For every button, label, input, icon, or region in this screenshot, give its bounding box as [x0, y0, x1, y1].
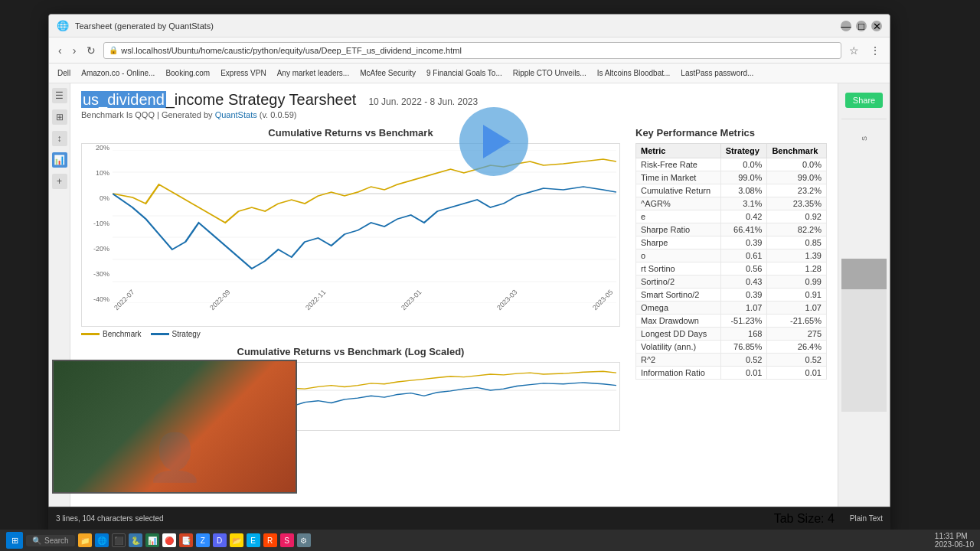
taskbar-excel[interactable]: 📊 — [145, 533, 159, 547]
taskbar-time: 11:31 PM — [935, 532, 968, 540]
cell-14-0: Volatility (ann.) — [636, 341, 721, 354]
cell-11-1: 1.07 — [720, 302, 767, 315]
back-button[interactable]: ‹ — [55, 43, 65, 58]
taskbar-chrome[interactable]: 🔴 — [162, 533, 176, 547]
chart-svg — [113, 150, 616, 303]
cell-10-1: 0.39 — [720, 289, 767, 302]
scrollbar-track[interactable] — [841, 259, 887, 412]
cell-13-2: 275 — [767, 328, 827, 341]
maximize-button[interactable]: □ — [856, 21, 867, 31]
play-button[interactable] — [459, 107, 528, 176]
page-date: 10 Jun. 2022 - 8 Jun. 2023 — [368, 96, 478, 107]
sidebar-icon-3[interactable]: ↕ — [52, 131, 67, 146]
start-button[interactable]: ⊞ — [6, 532, 23, 549]
cell-3-1: 3.1% — [720, 197, 767, 210]
bookmark-lastpass[interactable]: LastPass password... — [677, 67, 757, 79]
bookmark-expressvpn[interactable]: Express VPN — [217, 67, 270, 79]
search-bar[interactable]: 🔍 Search — [26, 535, 75, 546]
bookmark-financial[interactable]: 9 Financial Goals To... — [423, 67, 506, 79]
taskbar-ppt[interactable]: 📑 — [179, 533, 193, 547]
taskbar-browser[interactable]: E — [247, 533, 260, 547]
taskbar-file-manager[interactable]: 📁 — [78, 533, 92, 547]
table-row: Information Ratio0.010.01 — [636, 367, 827, 380]
taskbar-extra[interactable]: R — [263, 533, 277, 547]
clock: 11:31 PM 2023-06-10 — [935, 532, 974, 549]
scrollbar-thumb[interactable] — [841, 259, 887, 289]
title-bar: 🌐 Tearsheet (generated by QuantStats) — … — [49, 15, 890, 37]
bookmark-altcoins[interactable]: Is Altcoins Bloodbat... — [593, 67, 675, 79]
x-axis: 2022-07 2022-09 2022-11 2023-01 2023-03 … — [113, 303, 616, 326]
table-row: Max Drawdown-51.23%-21.65% — [636, 315, 827, 328]
cell-0-1: 0.0% — [720, 158, 767, 171]
taskbar-zoom[interactable]: Z — [196, 533, 210, 547]
sidebar-icon-5[interactable]: + — [52, 174, 67, 189]
cell-4-2: 0.92 — [767, 210, 827, 223]
cell-16-2: 0.01 — [767, 367, 827, 380]
bookmark-dell[interactable]: Dell — [54, 67, 74, 79]
cell-4-0: e — [636, 210, 721, 223]
video-overlay: 👤 — [52, 360, 297, 494]
bookmark-mcafee[interactable]: McAfee Security — [356, 67, 420, 79]
cell-6-1: 0.39 — [720, 236, 767, 249]
cell-12-2: -21.65% — [767, 315, 827, 328]
cell-16-0: Information Ratio — [636, 367, 721, 380]
y-label-10: 10% — [83, 169, 109, 177]
cell-15-0: R^2 — [636, 354, 721, 367]
title-bar-left: 🌐 Tearsheet (generated by QuantStats) — [57, 20, 214, 31]
taskbar-folder[interactable]: 📂 — [230, 533, 243, 547]
bookmark-booking[interactable]: Booking.com — [162, 67, 214, 79]
legend-benchmark-color — [81, 333, 100, 335]
browser-title: Tearsheet (generated by QuantStats) — [75, 21, 214, 31]
cell-13-0: Longest DD Days — [636, 328, 721, 341]
cell-11-0: Omega — [636, 302, 721, 315]
bookmark-amazon[interactable]: Amazon.co - Online... — [77, 67, 158, 79]
cell-9-0: Sortino/2 — [636, 276, 721, 289]
table-row: ^AGR%3.1%23.35% — [636, 197, 827, 210]
cell-11-2: 1.07 — [767, 302, 827, 315]
cell-3-0: ^AGR% — [636, 197, 721, 210]
cell-0-2: 0.0% — [767, 158, 827, 171]
page-header: us_dividend_income Strategy Tearsheet 10… — [81, 91, 827, 119]
cell-15-1: 0.52 — [720, 354, 767, 367]
taskbar-edge[interactable]: 🌐 — [95, 533, 109, 547]
y-axis: 20% 10% 0% -10% -20% -30% -40% — [83, 144, 109, 303]
table-row: R^20.520.52 — [636, 354, 827, 367]
taskbar-discord[interactable]: D — [213, 533, 227, 547]
bookmark-market[interactable]: Any market leaders... — [273, 67, 353, 79]
sidebar-icon-2[interactable]: ⊞ — [52, 109, 67, 125]
extensions-button[interactable]: ⋮ — [867, 43, 884, 58]
taskbar-security[interactable]: S — [280, 533, 294, 547]
browser-icon: 🌐 — [57, 20, 69, 31]
close-button[interactable]: ✕ — [871, 21, 882, 31]
legend-strategy: Strategy — [151, 330, 201, 338]
legend-benchmark-label: Benchmark — [103, 330, 142, 338]
taskbar-python[interactable]: 🐍 — [129, 533, 142, 547]
cell-1-2: 99.0% — [767, 171, 827, 184]
cell-10-0: Smart Sortino/2 — [636, 289, 721, 302]
table-row: e0.420.92 — [636, 210, 827, 223]
cell-9-1: 0.43 — [720, 276, 767, 289]
table-row: Longest DD Days168275 — [636, 328, 827, 341]
table-row: Smart Sortino/20.390.91 — [636, 289, 827, 302]
y-label-20: 20% — [83, 144, 109, 152]
forward-button[interactable]: › — [70, 43, 80, 58]
cell-12-0: Max Drawdown — [636, 315, 721, 328]
cell-8-0: rt Sortino — [636, 262, 721, 276]
sidebar-icon-1[interactable]: ☰ — [52, 88, 67, 103]
minimize-button[interactable]: — — [841, 21, 851, 31]
cell-10-2: 0.91 — [767, 289, 827, 302]
bookmark-ripple[interactable]: Ripple CTO Unveils... — [509, 67, 590, 79]
cell-1-0: Time in Market — [636, 171, 721, 184]
quantstats-link[interactable]: QuantStats — [215, 110, 257, 119]
taskbar-terminal[interactable]: ⬛ — [112, 533, 126, 547]
sidebar-icon-4[interactable]: 📊 — [52, 152, 67, 168]
cell-2-0: Cumulative Return — [636, 184, 721, 197]
cumulative-chart-title: Cumulative Returns vs Benchmark — [81, 127, 620, 139]
cell-7-0: o — [636, 249, 721, 262]
star-button[interactable]: ☆ — [846, 43, 862, 58]
address-bar[interactable]: 🔒 wsl.localhost/Ubuntu/home/caustic/pyth… — [103, 42, 841, 59]
refresh-button[interactable]: ↻ — [83, 43, 99, 58]
share-button[interactable]: Share — [845, 93, 883, 108]
window-controls: — □ ✕ — [841, 21, 882, 31]
taskbar-settings[interactable]: ⚙ — [297, 533, 311, 547]
